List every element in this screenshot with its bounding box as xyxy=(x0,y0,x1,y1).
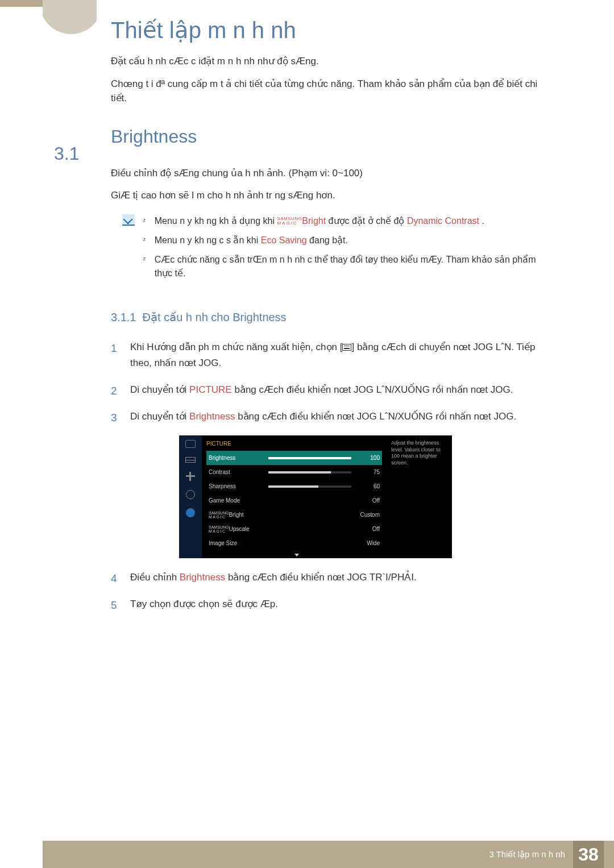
osd-icon xyxy=(186,490,195,499)
osd-icon xyxy=(185,457,196,463)
osd-tip: Adjust the brightness level. Values clos… xyxy=(387,435,452,558)
note-block: Menu n y kh ng kh ả dụng khi SAMSUNGMAGI… xyxy=(122,214,554,286)
subsection-heading: 3.1.1 Đặt cấu h nh cho Brightness xyxy=(111,309,554,326)
osd-row: Sharpness60 xyxy=(206,479,382,493)
osd-row: Image SizeWide xyxy=(206,536,382,550)
step-3: 3 Di chuyển tới Brightness bằng cÆch điề… xyxy=(111,409,554,425)
section-paragraph-1: Điều chỉnh độ sÆng chung ủa h nh ảnh. (P… xyxy=(111,166,554,181)
osd-row: SAMSUNGMAGICUpscaleOff xyxy=(206,522,382,536)
osd-header: PICTURE xyxy=(206,439,382,448)
note-item: Menu n y kh ng kh ả dụng khi SAMSUNGMAGI… xyxy=(143,214,553,228)
footer-bar: 3 Thiết lập m n h nh 38 xyxy=(43,841,614,868)
osd-icon xyxy=(186,472,195,481)
osd-picture-icon xyxy=(185,440,196,448)
menu-icon xyxy=(342,344,351,351)
step-4: 4 Điều chỉnh Brightness bằng cÆch điều k… xyxy=(111,570,554,586)
osd-row: SAMSUNGMAGICBrightCustom xyxy=(206,508,382,522)
step-5: 5 Tøy chọn được chọn sẽ được Æp. xyxy=(111,596,554,613)
footer-chapter: 3 Thiết lập m n h nh xyxy=(489,849,565,859)
osd-sidebar xyxy=(179,435,202,558)
note-icon xyxy=(122,214,135,226)
section-paragraph-2: GiÆ tị cao hơn sẽ l m cho h nh ảnh tr ng… xyxy=(111,188,554,203)
osd-row: Brightness100 xyxy=(206,451,382,465)
section-number: 3.1 xyxy=(54,140,79,167)
osd-row: Game ModeOff xyxy=(206,493,382,508)
osd-row: Contrast75 xyxy=(206,465,382,479)
chapter-title: Thiết lập m n h nh xyxy=(111,17,296,43)
osd-screenshot: PICTURE Brightness100Contrast75Sharpness… xyxy=(111,435,554,558)
top-accent-bar xyxy=(0,0,43,7)
osd-info-icon xyxy=(186,508,195,517)
chapter-badge xyxy=(43,0,97,40)
intro-paragraph-2: Chœng t i đª cung cấp m t ả chi tiết của… xyxy=(111,77,554,106)
section-title: Brightness xyxy=(111,123,554,150)
step-1: 1 Khi Hướng dẫn ph m chức năng xuất hiện… xyxy=(111,339,554,372)
intro-paragraph-1: Đặt cấu h nh cÆc c iđặt m n h nh như độ … xyxy=(111,54,554,69)
osd-menu: PICTURE Brightness100Contrast75Sharpness… xyxy=(202,435,387,558)
footer-page-number: 38 xyxy=(573,841,604,868)
step-2: 2 Di chuyển tới PICTURE bằng cÆch điều k… xyxy=(111,382,554,398)
osd-down-arrow-icon xyxy=(294,554,299,556)
note-item: CÆc chức năng c sẵn trŒn m n h nh c thể … xyxy=(143,253,553,280)
note-item: Menu n y kh ng c s ẵn khi Eco Saving đan… xyxy=(143,234,553,247)
